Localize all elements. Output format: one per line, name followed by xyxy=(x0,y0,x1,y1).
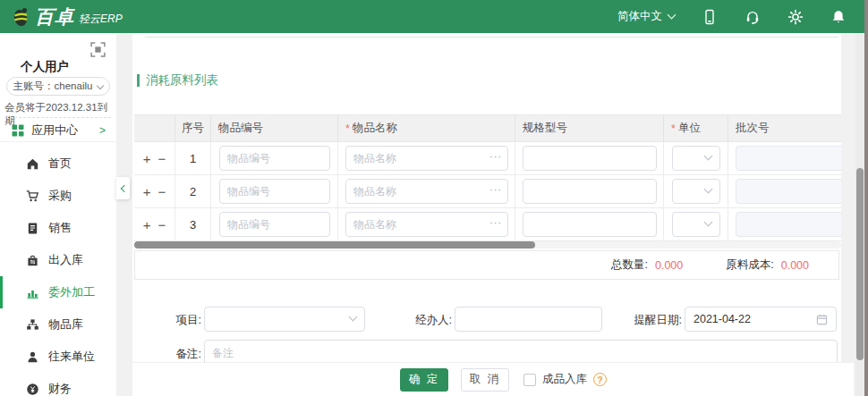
chevron-left-icon xyxy=(120,184,127,191)
top-header-bar: 百卓 轻云ERP 简体中文 xyxy=(0,0,864,33)
remove-row-icon[interactable]: − xyxy=(158,185,166,198)
bee-logo-icon xyxy=(11,6,30,28)
chevron-right-icon: > xyxy=(99,124,106,137)
topbar-actions: 简体中文 xyxy=(617,9,847,25)
sales-doc-icon xyxy=(26,222,39,235)
warehouse-icon xyxy=(26,254,39,267)
item-code-input[interactable] xyxy=(219,146,330,171)
finished-goods-label: 成品入库 xyxy=(542,372,587,387)
project-label: 项目: xyxy=(143,313,201,328)
col-header-spec: 规格型号 xyxy=(515,115,664,141)
agent-label: 经办人: xyxy=(392,313,452,328)
unit-select[interactable] xyxy=(672,179,720,204)
brand-logo[interactable]: 百卓 轻云ERP xyxy=(11,4,123,29)
sidebar-item-label: 出入库 xyxy=(48,252,83,268)
chevron-down-icon xyxy=(349,313,358,322)
row-index: 2 xyxy=(175,175,211,207)
language-selector[interactable]: 简体中文 xyxy=(617,9,675,24)
row-index: 1 xyxy=(175,142,211,174)
add-row-icon[interactable]: + xyxy=(143,185,151,198)
horizontal-scrollbar xyxy=(134,241,841,249)
item-name-field: ··· xyxy=(345,212,508,237)
vertical-scrollbar-thumb[interactable] xyxy=(856,168,864,360)
spec-input[interactable] xyxy=(523,212,657,237)
row-op-cell: + − xyxy=(134,142,175,174)
material-cost-label: 原料成本: xyxy=(726,257,773,273)
unit-select[interactable] xyxy=(672,212,720,237)
table-row: + − 1 ··· xyxy=(134,142,841,175)
brand-name: 百卓 xyxy=(35,4,74,29)
app-center-label: 应用中心 xyxy=(31,122,78,139)
help-icon[interactable]: ? xyxy=(593,373,607,386)
calendar-icon xyxy=(816,314,828,325)
sidebar-item-label: 销售 xyxy=(48,220,72,236)
customer-service-icon[interactable] xyxy=(745,9,761,25)
remove-row-icon[interactable]: − xyxy=(158,218,166,232)
sidebar-item-label: 财务 xyxy=(48,381,72,396)
col-header-unit: * 单位 xyxy=(664,115,728,141)
user-type-label: 个人用户 xyxy=(0,59,89,75)
table-row: + − 3 ··· xyxy=(134,208,841,241)
col-header-batch: 批次号 xyxy=(728,115,841,141)
sidebar-item-label: 物品库 xyxy=(48,316,83,333)
mobile-app-icon[interactable] xyxy=(702,9,718,25)
finished-goods-checkbox[interactable] xyxy=(523,374,536,386)
more-options-icon[interactable]: ··· xyxy=(489,218,502,228)
sidebar-item-finance[interactable]: 财务 xyxy=(0,373,116,396)
sidebar-item-partners[interactable]: 往来单位 xyxy=(0,341,116,373)
project-select[interactable] xyxy=(204,307,365,332)
item-name-input[interactable] xyxy=(345,146,508,171)
sidebar-item-sales[interactable]: 销售 xyxy=(0,212,116,244)
home-icon xyxy=(26,157,39,171)
partners-icon xyxy=(26,350,39,364)
app-center-menu[interactable]: 应用中心 > xyxy=(0,119,116,142)
item-name-input[interactable] xyxy=(345,212,508,237)
add-row-icon[interactable]: + xyxy=(143,152,151,165)
outer-scrollbar[interactable] xyxy=(864,0,868,396)
remove-row-icon[interactable]: − xyxy=(158,152,166,165)
horizontal-scrollbar-thumb[interactable] xyxy=(134,241,535,249)
sidebar-item-purchase[interactable]: 采购 xyxy=(0,180,116,212)
sidebar-item-outsourcing[interactable]: 委外加工 xyxy=(0,276,116,308)
materials-table: 序号 物品编号 * 物品名称 规格型号 * 单位 批次号 + − xyxy=(134,114,841,241)
finished-goods-option: 成品入库 ? xyxy=(523,372,607,387)
item-code-input[interactable] xyxy=(219,179,330,204)
batch-input xyxy=(736,146,841,171)
batch-input xyxy=(736,212,841,237)
confirm-button[interactable]: 确 定 xyxy=(400,368,448,392)
remind-date-label: 提醒日期: xyxy=(620,313,682,328)
more-options-icon[interactable]: ··· xyxy=(489,185,502,195)
remind-date-picker[interactable]: 2021-04-22 xyxy=(685,307,837,332)
action-footer: 确 定 取 消 成品入库 ? xyxy=(132,362,854,396)
table-row: + − 2 ··· xyxy=(134,175,841,208)
sidebar-item-home[interactable]: 首页 xyxy=(0,147,116,180)
col-header-code: 物品编号 xyxy=(211,115,338,141)
item-name-input[interactable] xyxy=(345,179,508,204)
sidebar-collapse-button[interactable] xyxy=(116,177,130,199)
account-label: 主账号：chenailu xyxy=(13,80,93,93)
add-row-icon[interactable]: + xyxy=(143,218,151,232)
spec-input[interactable] xyxy=(523,179,657,204)
main-panel: 消耗原料列表 序号 物品编号 * 物品名称 规格型号 * 单位 批次号 xyxy=(132,33,841,396)
unit-select[interactable] xyxy=(672,146,720,171)
qr-scan-icon[interactable] xyxy=(89,41,106,58)
totals-bar: 总数量: 0.000 原料成本: 0.000 xyxy=(134,250,839,280)
agent-input[interactable] xyxy=(455,307,602,332)
chevron-down-icon xyxy=(704,218,713,227)
sidebar-item-label: 委外加工 xyxy=(48,284,95,300)
sidebar-item-warehouse[interactable]: 出入库 xyxy=(0,244,116,276)
item-name-field: ··· xyxy=(345,146,508,171)
spec-input[interactable] xyxy=(523,146,657,171)
sidebar-item-label: 首页 xyxy=(48,156,72,172)
row-op-cell: + − xyxy=(134,175,175,207)
erp-window: 百卓 轻云ERP 简体中文 xyxy=(0,0,868,396)
more-options-icon[interactable]: ··· xyxy=(489,152,502,162)
sidebar-item-items[interactable]: 物品库 xyxy=(0,308,116,341)
account-selector[interactable]: 主账号：chenailu xyxy=(6,77,110,96)
item-code-input[interactable] xyxy=(219,212,330,237)
required-asterisk: * xyxy=(671,122,676,135)
notification-bell-icon[interactable] xyxy=(830,9,847,25)
scrolled-box-border xyxy=(145,37,838,38)
cancel-button[interactable]: 取 消 xyxy=(461,368,509,392)
settings-gear-icon[interactable] xyxy=(787,9,804,25)
